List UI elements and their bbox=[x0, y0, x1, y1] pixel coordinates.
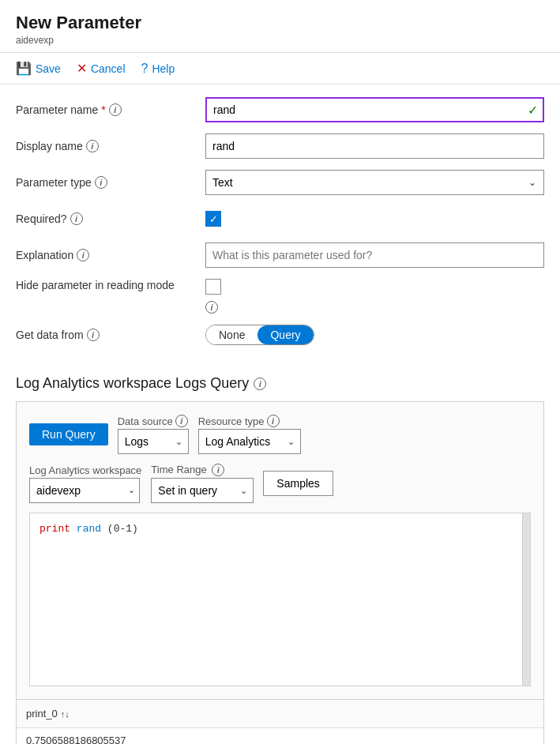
param-name-row: Parameter name * i ✓ bbox=[16, 97, 544, 122]
sort-icon[interactable]: ↑↓ bbox=[61, 709, 70, 719]
data-source-group: Data source i Logs ⌄ bbox=[118, 415, 189, 454]
cancel-icon: ✕ bbox=[77, 61, 87, 76]
data-source-info-icon[interactable]: i bbox=[175, 415, 188, 427]
param-type-select[interactable]: Text Integer DateTime Resource picker Su… bbox=[205, 170, 544, 195]
workspace-select[interactable]: aidevexp bbox=[29, 478, 140, 503]
section-info-icon[interactable]: i bbox=[254, 378, 266, 390]
results-row: 0.7506588186805537 bbox=[17, 728, 543, 744]
explanation-input[interactable] bbox=[205, 242, 544, 268]
resource-type-select[interactable]: Log Analytics bbox=[198, 429, 301, 454]
get-data-label: Get data from i bbox=[16, 329, 205, 341]
get-data-row: Get data from i None Query bbox=[16, 325, 544, 345]
param-name-input-wrap: ✓ bbox=[205, 97, 544, 122]
toolbar: 💾 Save ✕ Cancel ? Help bbox=[0, 53, 560, 85]
form-area: Parameter name * i ✓ Display name i Para… bbox=[0, 85, 560, 369]
hide-param-label: Hide parameter in reading mode bbox=[16, 279, 205, 291]
resource-type-info-icon[interactable]: i bbox=[267, 415, 280, 427]
workspace-label: Log Analytics workspace bbox=[29, 464, 141, 476]
save-icon: 💾 bbox=[16, 61, 32, 76]
samples-button[interactable]: Samples bbox=[263, 471, 333, 496]
checkmark-icon: ✓ bbox=[209, 213, 218, 225]
required-checkbox[interactable]: ✓ bbox=[205, 211, 221, 227]
page-title: New Parameter bbox=[16, 13, 544, 33]
required-label: Required? i bbox=[16, 212, 205, 225]
hide-param-checkbox[interactable] bbox=[205, 279, 221, 295]
required-row: Required? i ✓ bbox=[16, 206, 544, 231]
display-name-label: Display name i bbox=[16, 140, 205, 152]
time-range-label: Time Range i bbox=[151, 464, 254, 476]
toggle-none-button[interactable]: None bbox=[206, 325, 257, 344]
param-name-label: Parameter name * i bbox=[16, 103, 205, 116]
save-button[interactable]: 💾 Save bbox=[16, 61, 61, 76]
workspace-select-wrap: aidevexp ⌄ bbox=[29, 478, 141, 503]
resource-type-group: Resource type i Log Analytics ⌄ bbox=[198, 415, 301, 454]
results-header: print_0 ↑↓ bbox=[17, 700, 543, 728]
param-name-input[interactable] bbox=[205, 97, 544, 122]
query-controls-row: Run Query Data source i Logs ⌄ Resource … bbox=[29, 415, 531, 454]
code-funcname: rand bbox=[77, 523, 101, 535]
page-subtitle: aidevexp bbox=[16, 35, 544, 46]
explanation-label: Explanation i bbox=[16, 249, 205, 261]
get-data-toggle: None Query bbox=[205, 325, 314, 345]
param-name-info-icon[interactable]: i bbox=[109, 103, 122, 116]
section-title: Log Analytics workspace Logs Query i bbox=[16, 375, 544, 392]
data-source-select-wrap: Logs ⌄ bbox=[118, 429, 189, 454]
resource-type-label: Resource type i bbox=[198, 415, 301, 427]
results-section: print_0 ↑↓ 0.7506588186805537 bbox=[16, 700, 544, 744]
required-star: * bbox=[101, 103, 105, 116]
workspace-row: Log Analytics workspace aidevexp ⌄ Time … bbox=[29, 464, 531, 503]
param-type-info-icon[interactable]: i bbox=[95, 176, 107, 189]
toggle-query-button[interactable]: Query bbox=[257, 325, 313, 344]
hide-param-row: Hide parameter in reading mode i bbox=[16, 279, 544, 314]
help-button[interactable]: ? Help bbox=[141, 62, 175, 76]
run-query-button[interactable]: Run Query bbox=[29, 423, 108, 445]
explanation-row: Explanation i bbox=[16, 242, 544, 268]
resource-type-select-wrap: Log Analytics ⌄ bbox=[198, 429, 301, 454]
help-icon: ? bbox=[141, 62, 148, 76]
display-name-input[interactable] bbox=[205, 133, 544, 159]
param-type-select-wrap: Text Integer DateTime Resource picker Su… bbox=[205, 170, 544, 195]
code-editor[interactable]: print rand (0-1) bbox=[29, 513, 531, 686]
param-type-label: Parameter type i bbox=[16, 176, 205, 189]
display-name-row: Display name i bbox=[16, 133, 544, 159]
explanation-info-icon[interactable]: i bbox=[77, 249, 89, 261]
data-source-select[interactable]: Logs bbox=[118, 429, 189, 454]
code-keyword: print bbox=[39, 523, 70, 535]
editor-scrollbar[interactable] bbox=[522, 513, 530, 686]
time-range-group: Time Range i Set in query ⌄ bbox=[151, 464, 254, 503]
hide-param-right: i bbox=[205, 279, 221, 314]
check-icon: ✓ bbox=[528, 103, 538, 118]
query-box: Run Query Data source i Logs ⌄ Resource … bbox=[16, 401, 544, 700]
required-info-icon[interactable]: i bbox=[70, 212, 83, 225]
display-name-info-icon[interactable]: i bbox=[86, 140, 99, 152]
time-range-info-icon[interactable]: i bbox=[212, 464, 224, 476]
param-type-row: Parameter type i Text Integer DateTime R… bbox=[16, 170, 544, 195]
get-data-info-icon[interactable]: i bbox=[87, 329, 100, 341]
code-line: print rand (0-1) bbox=[39, 521, 521, 538]
hide-param-info-icon[interactable]: i bbox=[205, 301, 218, 314]
time-range-select-wrap: Set in query ⌄ bbox=[151, 478, 254, 503]
cancel-button[interactable]: ✕ Cancel bbox=[77, 61, 126, 76]
code-args: (0-1) bbox=[107, 523, 138, 535]
data-source-label: Data source i bbox=[118, 415, 189, 427]
page-header: New Parameter aidevexp bbox=[0, 0, 560, 53]
time-range-select[interactable]: Set in query bbox=[151, 478, 254, 503]
workspace-group: Log Analytics workspace aidevexp ⌄ bbox=[29, 464, 141, 503]
